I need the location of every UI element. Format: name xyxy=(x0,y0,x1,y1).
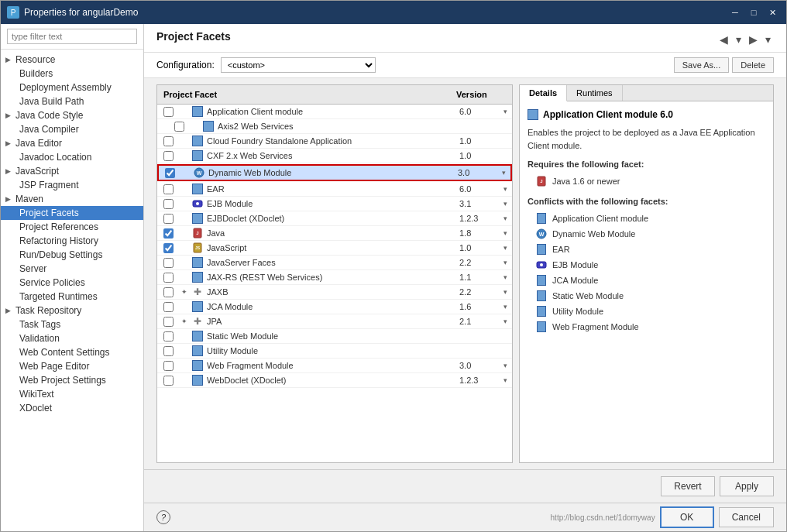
sidebar-item-web-project-settings[interactable]: Web Project Settings xyxy=(1,373,143,387)
cancel-button[interactable]: Cancel xyxy=(719,507,774,527)
facet-row-ejb[interactable]: EJB Module 3.1 ▾ xyxy=(157,197,512,211)
facet-check-jaxb[interactable] xyxy=(157,287,179,297)
sidebar-item-server[interactable]: Server xyxy=(1,262,143,276)
sidebar-item-java-code-style[interactable]: ▶ Java Code Style xyxy=(1,108,143,122)
facet-check-jsf[interactable] xyxy=(157,258,179,268)
nav-dropdown-button[interactable]: ▾ xyxy=(733,32,744,47)
facet-row-app-client[interactable]: Application Client module 6.0 ▾ xyxy=(157,105,512,119)
delete-button[interactable]: Delete xyxy=(732,57,774,73)
tab-details[interactable]: Details xyxy=(520,85,567,101)
sidebar-item-web-page-editor[interactable]: Web Page Editor xyxy=(1,359,143,373)
sidebar-item-deployment-assembly[interactable]: Deployment Assembly xyxy=(1,81,143,94)
facet-dropdown-web-fragment[interactable]: ▾ xyxy=(498,362,512,369)
facet-row-utility[interactable]: Utility Module xyxy=(157,344,512,359)
apply-button[interactable]: Apply xyxy=(720,476,774,496)
sidebar-item-java-editor[interactable]: ▶ Java Editor xyxy=(1,136,143,150)
sidebar-item-targeted-runtimes[interactable]: Targeted Runtimes xyxy=(1,290,143,304)
facet-check-javascript[interactable] xyxy=(157,243,179,253)
facet-check-ear[interactable] xyxy=(157,184,179,194)
facet-row-webdoclet[interactable]: WebDoclet (XDoclet) 1.2.3 ▾ xyxy=(157,373,512,388)
facet-name-web-fragment: Web Fragment Module xyxy=(205,361,459,370)
config-select[interactable]: <custom> xyxy=(221,57,376,73)
minimize-button[interactable]: ─ xyxy=(727,6,743,19)
facet-dropdown-jaxb[interactable]: ▾ xyxy=(498,288,512,296)
facet-dropdown-ear[interactable]: ▾ xyxy=(498,185,512,193)
facet-check-web-fragment[interactable] xyxy=(157,361,179,371)
sidebar-item-wikitext[interactable]: WikiText xyxy=(1,387,143,401)
filter-input[interactable] xyxy=(7,29,137,44)
sidebar-item-label: XDoclet xyxy=(19,403,52,414)
sidebar-item-validation[interactable]: Validation xyxy=(1,331,143,345)
facet-check-cxf[interactable] xyxy=(157,151,179,161)
maximize-button[interactable]: □ xyxy=(746,6,761,19)
facet-row-cxf[interactable]: CXF 2.x Web Services 1.0 xyxy=(157,149,512,163)
facet-check-jpa[interactable] xyxy=(157,317,179,327)
facet-dropdown-webdoclet[interactable]: ▾ xyxy=(498,376,512,384)
facet-check-cloud-foundry[interactable] xyxy=(157,136,179,146)
facet-dropdown-ejbdoclet[interactable]: ▾ xyxy=(498,215,512,222)
sidebar-item-maven[interactable]: ▶ Maven xyxy=(1,192,143,206)
tab-runtimes[interactable]: Runtimes xyxy=(567,85,622,101)
facet-dropdown-dynamic-web[interactable]: ▾ xyxy=(497,169,510,177)
sidebar-item-resource[interactable]: ▶ Resource xyxy=(1,53,143,67)
facet-dropdown-jax-rs[interactable]: ▾ xyxy=(498,273,512,281)
sidebar-item-javadoc[interactable]: Javadoc Location xyxy=(1,150,143,164)
revert-button[interactable]: Revert xyxy=(661,476,715,496)
facet-check-dynamic-web[interactable] xyxy=(159,168,180,178)
nav-menu-button[interactable]: ▾ xyxy=(762,32,774,47)
facet-check-java[interactable] xyxy=(157,228,179,239)
facet-check-jax-rs[interactable] xyxy=(157,273,179,283)
sidebar-item-refactoring[interactable]: Refactoring History xyxy=(1,234,143,248)
sidebar-item-java-build-path[interactable]: Java Build Path xyxy=(1,94,143,108)
sidebar-item-jsp-fragment[interactable]: JSP Fragment xyxy=(1,178,143,192)
close-button[interactable]: ✕ xyxy=(765,6,780,19)
sidebar-item-builders[interactable]: Builders xyxy=(1,67,143,81)
ok-button[interactable]: OK xyxy=(660,506,714,528)
facet-row-java[interactable]: J Java 1.8 ▾ xyxy=(157,226,512,241)
facet-dropdown-jca[interactable]: ▾ xyxy=(498,303,512,311)
facet-row-jpa[interactable]: ✦ ✚ JPA 2.1 ▾ xyxy=(157,314,512,329)
help-button[interactable]: ? xyxy=(156,510,170,524)
sidebar-item-project-facets[interactable]: Project Facets xyxy=(1,206,143,220)
facet-check-static-web[interactable] xyxy=(157,331,179,342)
facet-row-jaxb[interactable]: ✦ ✚ JAXB 2.2 ▾ xyxy=(157,285,512,300)
facet-check-ejb[interactable] xyxy=(157,199,179,209)
sidebar-item-java-compiler[interactable]: Java Compiler xyxy=(1,122,143,136)
facet-row-jax-rs[interactable]: JAX-RS (REST Web Services) 1.1 ▾ xyxy=(157,270,512,285)
facet-check-webdoclet[interactable] xyxy=(157,376,179,386)
save-as-button[interactable]: Save As... xyxy=(674,57,730,73)
sidebar-item-web-content[interactable]: Web Content Settings xyxy=(1,345,143,359)
sidebar-item-run-debug[interactable]: Run/Debug Settings xyxy=(1,248,143,262)
facet-dropdown-jpa[interactable]: ▾ xyxy=(498,317,512,325)
facet-check-ejbdoclet[interactable] xyxy=(157,214,179,224)
main-window: P Properties for angularDemo ─ □ ✕ ▶ Res… xyxy=(0,0,787,532)
facet-icon-app-client xyxy=(190,106,205,117)
facet-row-static-web[interactable]: Static Web Module xyxy=(157,329,512,344)
facet-row-javascript[interactable]: JS JavaScript 1.0 ▾ xyxy=(157,241,512,256)
facet-row-cloud-foundry[interactable]: Cloud Foundry Standalone Application 1.0 xyxy=(157,134,512,149)
sidebar-item-project-references[interactable]: Project References xyxy=(1,220,143,234)
sidebar-item-service-policies[interactable]: Service Policies xyxy=(1,276,143,290)
facet-dropdown-app-client[interactable]: ▾ xyxy=(498,108,512,115)
nav-forward-button[interactable]: ▶ xyxy=(746,32,761,47)
nav-back-button[interactable]: ◀ xyxy=(717,32,731,47)
facet-dropdown-java[interactable]: ▾ xyxy=(498,229,512,237)
facet-row-jca[interactable]: JCA Module 1.6 ▾ xyxy=(157,300,512,314)
sidebar-item-javascript[interactable]: ▶ JavaScript xyxy=(1,164,143,178)
facet-dropdown-javascript[interactable]: ▾ xyxy=(498,244,512,252)
facet-row-axis2[interactable]: Axis2 Web Services xyxy=(157,119,512,134)
facet-check-jca[interactable] xyxy=(157,302,179,312)
sidebar-item-task-tags[interactable]: Task Tags xyxy=(1,317,143,331)
facet-check-axis2[interactable] xyxy=(168,122,190,132)
facet-row-web-fragment[interactable]: Web Fragment Module 3.0 ▾ xyxy=(157,359,512,373)
facet-row-ejbdoclet[interactable]: EJBDoclet (XDoclet) 1.2.3 ▾ xyxy=(157,211,512,226)
facet-row-jsf[interactable]: JavaServer Faces 2.2 ▾ xyxy=(157,256,512,270)
facet-check-app-client[interactable] xyxy=(157,107,179,117)
facet-row-dynamic-web[interactable]: W Dynamic Web Module 3.0 ▾ xyxy=(157,164,512,181)
sidebar-item-xdoclet[interactable]: XDoclet xyxy=(1,401,143,415)
facet-row-ear[interactable]: EAR 6.0 ▾ xyxy=(157,182,512,197)
facet-dropdown-jsf[interactable]: ▾ xyxy=(498,259,512,266)
facet-dropdown-ejb[interactable]: ▾ xyxy=(498,200,512,208)
sidebar-item-task-repository[interactable]: ▶ Task Repository xyxy=(1,304,143,317)
facet-check-utility[interactable] xyxy=(157,346,179,356)
